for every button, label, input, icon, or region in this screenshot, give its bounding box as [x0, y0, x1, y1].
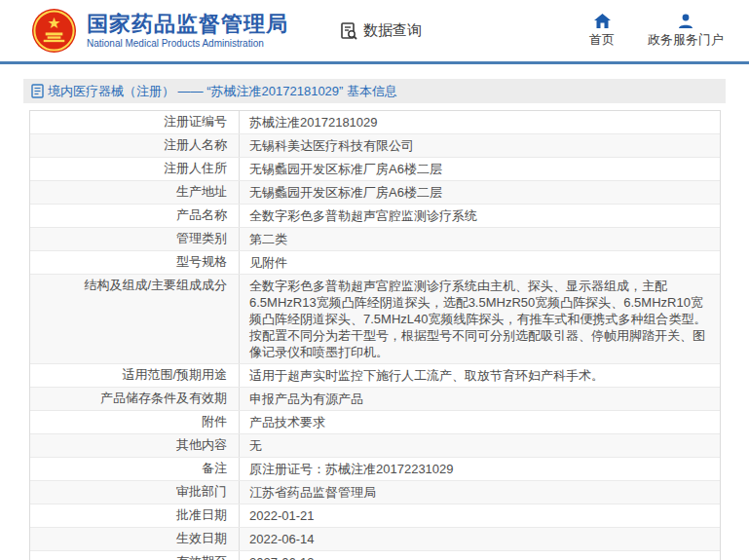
row-value: 江苏省药品监督管理局	[240, 481, 720, 504]
nav-data-query[interactable]: 数据查询	[339, 21, 422, 41]
link-home-label: 首页	[589, 31, 615, 49]
row-value: 全数字彩色多普勒超声宫腔监测诊疗系统由主机、探头、显示器组成，主配6.5MHzR…	[240, 275, 720, 363]
link-gov-portal[interactable]: 政务服务门户	[648, 14, 724, 49]
row-label: 注册人名称	[30, 134, 240, 157]
row-value: 2022-01-21	[240, 504, 720, 527]
registration-info-table: 注册证编号苏械注准20172181029 注册人名称无锡科美达医疗科技有限公司 …	[29, 110, 721, 560]
row-label: 注册人住所	[30, 158, 240, 180]
link-gov-portal-label: 政务服务门户	[648, 31, 724, 49]
row-value: 苏械注准20172181029	[240, 111, 720, 133]
row-label: 审批部门	[30, 481, 240, 504]
row-value: 产品技术要求	[240, 411, 720, 433]
table-row: 有效期至2027-06-13	[30, 551, 720, 560]
row-value: 全数字彩色多普勒超声宫腔监测诊疗系统	[240, 205, 720, 227]
row-value: 原注册证号：苏械注准20172231029	[240, 458, 720, 480]
page-title: 境内医疗器械（注册） —— “苏械注准20172181029” 基本信息	[48, 83, 397, 100]
table-row: 生产地址无锡蠡园开发区标准厂房A6楼二层	[30, 181, 720, 205]
table-row: 产品名称全数字彩色多普勒超声宫腔监测诊疗系统	[30, 205, 720, 228]
row-value: 申报产品为有源产品	[240, 388, 720, 410]
header-links: 首页 政务服务门户	[589, 14, 724, 49]
national-emblem-logo: ★	[31, 8, 77, 54]
table-row: 管理类别第二类	[30, 228, 720, 251]
row-label: 有效期至	[30, 551, 240, 560]
row-value: 无锡蠡园开发区标准厂房A6楼二层	[240, 158, 720, 180]
row-value: 无	[240, 434, 720, 457]
row-label: 生产地址	[30, 181, 240, 204]
row-value: 2027-06-13	[240, 551, 720, 560]
brand-block[interactable]: 国家药品监督管理局 National Medical Products Admi…	[87, 12, 288, 50]
row-label: 生效日期	[30, 528, 240, 550]
row-label: 型号规格	[30, 251, 240, 274]
row-value: 无锡蠡园开发区标准厂房A6楼二层	[240, 181, 720, 204]
table-row: 生效日期2022-06-14	[30, 528, 720, 551]
site-header: ★ 国家药品监督管理局 National Medical Products Ad…	[0, 0, 749, 64]
table-row: 型号规格见附件	[30, 251, 720, 275]
table-row: 批准日期2022-01-21	[30, 504, 720, 528]
section-title-bar: 境内医疗器械（注册） —— “苏械注准20172181029” 基本信息	[23, 79, 726, 103]
row-label: 其他内容	[30, 434, 240, 457]
row-label: 适用范围/预期用途	[30, 364, 240, 387]
row-value: 无锡科美达医疗科技有限公司	[240, 134, 720, 157]
row-label: 批准日期	[30, 504, 240, 527]
table-row: 注册人名称无锡科美达医疗科技有限公司	[30, 134, 720, 158]
table-row: 附件产品技术要求	[30, 411, 720, 434]
user-icon	[678, 14, 693, 28]
svg-text:★: ★	[47, 15, 60, 31]
table-row: 结构及组成/主要组成成分全数字彩色多普勒超声宫腔监测诊疗系统由主机、探头、显示器…	[30, 275, 720, 364]
link-home[interactable]: 首页	[589, 14, 615, 49]
document-icon	[31, 84, 44, 98]
table-row: 注册证编号苏械注准20172181029	[30, 111, 720, 134]
table-row: 产品储存条件及有效期申报产品为有源产品	[30, 388, 720, 411]
row-label: 产品名称	[30, 205, 240, 227]
row-value: 2022-06-14	[240, 528, 720, 550]
row-label: 注册证编号	[30, 111, 240, 133]
row-label: 管理类别	[30, 228, 240, 250]
row-value: 适用于超声实时监控下施行人工流产、取放节育环妇产科手术。	[240, 364, 720, 387]
table-row: 其他内容无	[30, 434, 720, 458]
table-row: 备注原注册证号：苏械注准20172231029	[30, 458, 720, 481]
document-search-icon	[339, 21, 358, 41]
table-row: 适用范围/预期用途适用于超声实时监控下施行人工流产、取放节育环妇产科手术。	[30, 364, 720, 388]
row-value: 见附件	[240, 251, 720, 274]
home-icon	[594, 14, 611, 28]
row-label: 附件	[30, 411, 240, 433]
table-row: 注册人住所无锡蠡园开发区标准厂房A6楼二层	[30, 158, 720, 181]
row-label: 结构及组成/主要组成成分	[30, 275, 240, 363]
row-value: 第二类	[240, 228, 720, 250]
nav-data-query-label: 数据查询	[363, 21, 422, 40]
brand-title: 国家药品监督管理局	[87, 12, 288, 37]
table-row: 审批部门江苏省药品监督管理局	[30, 481, 720, 504]
content-area: 境内医疗器械（注册） —— “苏械注准20172181029” 基本信息 注册证…	[23, 79, 726, 560]
brand-subtitle: National Medical Products Administration	[87, 37, 288, 50]
row-label: 备注	[30, 458, 240, 480]
row-label: 产品储存条件及有效期	[30, 388, 240, 410]
